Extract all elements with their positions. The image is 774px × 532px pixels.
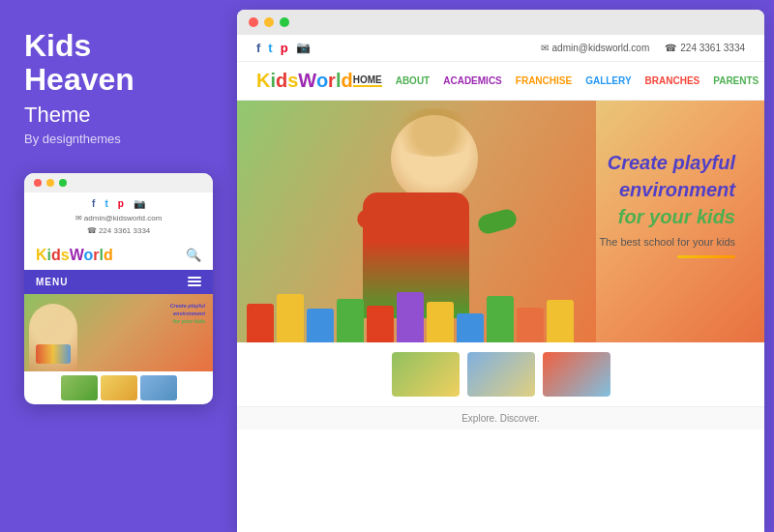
mobile-thumb-2 (101, 375, 137, 400)
nav-franchise[interactable]: FRANCHISE (516, 75, 572, 86)
mobile-thumbnails (24, 371, 213, 404)
mobile-hamburger-icon[interactable] (188, 277, 201, 286)
mobile-menu-label[interactable]: MENU (36, 277, 68, 287)
site-hero: Create playful environment for your kids… (237, 101, 764, 342)
hero-accent-line (677, 255, 735, 258)
site-thumb-1[interactable] (392, 352, 460, 397)
nav-about[interactable]: ABOUT (396, 75, 431, 86)
mobile-logo-row: KidsWorld 🔍 (24, 241, 213, 270)
hero-tagline-line1: Create playful (599, 149, 735, 176)
mobile-dot-yellow (46, 179, 54, 187)
mobile-contact-bar: ✉ admin@kidsworld.com ☎ 224 3361 3334 (24, 213, 213, 241)
mobile-hero-text: Create playfulenvironmentfor your kids (170, 302, 205, 326)
site-topbar: f t p 📷 ✉ admin@kidsworld.com ☎ 224 3361… (237, 35, 764, 62)
site-email: ✉ admin@kidsworld.com (541, 43, 650, 53)
theme-title-line1: Kids (24, 28, 91, 63)
site-instagram-icon[interactable]: 📷 (296, 41, 311, 55)
site-navbar: KidsWorld HOME ABOUT ACADEMICS FRANCHISE… (237, 62, 764, 101)
mobile-pinterest-icon[interactable]: p (118, 198, 124, 209)
site-thumbnails (237, 342, 764, 406)
mobile-preview: f t p 📷 ✉ admin@kidsworld.com ☎ 224 3361… (24, 173, 213, 404)
nav-parents[interactable]: PARENTS (713, 75, 759, 86)
mobile-social-bar: f t p 📷 (24, 192, 213, 213)
hero-tagline-line3: for your kids (599, 203, 735, 230)
site-thumb-3[interactable] (543, 352, 610, 397)
phone-icon: ☎ (665, 43, 676, 53)
site-social-icons: f t p 📷 (256, 41, 311, 55)
hero-text-area: Create playful environment for your kids… (599, 149, 735, 258)
theme-subtitle: Theme (24, 103, 213, 128)
browser-chrome-bar (237, 10, 764, 35)
theme-by: By designthemes (24, 132, 213, 146)
browser-dot-yellow[interactable] (264, 17, 274, 27)
hero-tagline: Create playful environment for your kids (599, 149, 735, 230)
left-panel: Kids Heaven Theme By designthemes f t p … (0, 0, 237, 532)
site-pinterest-icon[interactable]: p (281, 41, 288, 55)
email-icon: ✉ (541, 43, 549, 53)
site-thumb-2[interactable] (467, 352, 535, 397)
nav-gallery[interactable]: GALLERY (585, 75, 631, 86)
mobile-facebook-icon[interactable]: f (92, 198, 95, 209)
email-text: admin@kidsworld.com (552, 43, 650, 53)
site-logo: KidsWorld (256, 70, 353, 92)
site-phone: ☎ 224 3361 3334 (665, 43, 745, 53)
browser-dot-red[interactable] (249, 17, 258, 27)
mobile-thumb-1 (61, 375, 98, 400)
theme-title-line2: Heaven (24, 62, 134, 97)
nav-branches[interactable]: BRANCHES (645, 75, 700, 86)
phone-text: 224 3361 3334 (680, 43, 745, 53)
site-contact-info: ✉ admin@kidsworld.com ☎ 224 3361 3334 (541, 43, 745, 53)
mobile-dots (24, 173, 213, 192)
mobile-hero: Create playfulenvironmentfor your kids (24, 294, 213, 371)
site-twitter-icon[interactable]: t (268, 41, 272, 55)
browser-dot-green[interactable] (280, 17, 289, 27)
site-footer-strip: Explore. Discover. (237, 406, 764, 429)
mobile-thumb-3 (140, 375, 177, 400)
mobile-twitter-icon[interactable]: t (104, 198, 107, 209)
site-facebook-icon[interactable]: f (256, 41, 260, 55)
mobile-menu-bar: MENU (24, 270, 213, 294)
nav-academics[interactable]: ACADEMICS (443, 75, 502, 86)
browser-panel: f t p 📷 ✉ admin@kidsworld.com ☎ 224 3361… (237, 10, 764, 532)
mobile-search-icon[interactable]: 🔍 (186, 248, 201, 262)
mobile-logo: KidsWorld (36, 247, 113, 264)
mobile-instagram-icon[interactable]: 📷 (134, 198, 145, 209)
hero-tagline-line2: environment (599, 176, 735, 203)
site-nav-items: HOME ABOUT ACADEMICS FRANCHISE GALLERY B… (353, 74, 764, 87)
mobile-dot-green (59, 179, 67, 187)
hero-subtext: The best school for your kids (599, 236, 735, 248)
mobile-dot-red (34, 179, 42, 187)
footer-text: Explore. Discover. (461, 413, 540, 424)
theme-title: Kids Heaven (24, 29, 213, 97)
nav-home[interactable]: HOME (353, 74, 382, 87)
hero-child-area (237, 101, 596, 342)
